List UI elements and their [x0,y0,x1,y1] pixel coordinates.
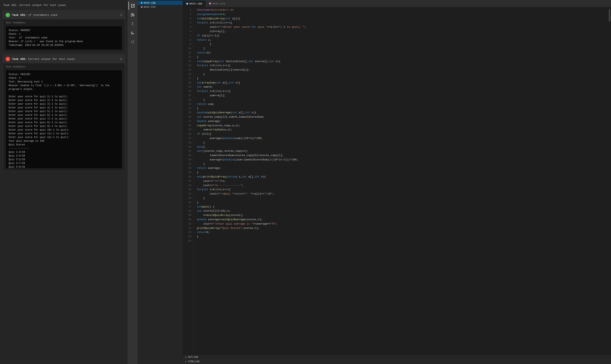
editor-content: 1234567891011121314151617181920212223242… [183,7,611,355]
code-line: } [197,141,608,145]
code-line: return i; [197,38,608,42]
code-line: return sum; [197,102,608,106]
left-panel: Task #01: Correct output for test cases … [0,0,128,364]
code-line: int arraySum(int a[],int n){ [197,81,608,85]
task-02-feedback-label: Test Feedback: [6,65,122,68]
code-line: #include <bits/stdc++.h> [197,8,608,12]
code-line: int buildQuizArray(int a[]){ [197,17,608,21]
code-line: average=(double(sum)/(10*n))*100; [197,136,608,141]
code-line: for(int i=0;i<n;i++){ [197,64,608,68]
vertical-scrollbar[interactable] [608,7,611,355]
code-line: cout<<"\nYour quiz average is "<<average… [197,222,608,226]
task-02-chevron-icon[interactable]: ∧ [120,57,122,61]
file-list: main.cpp main.exe [138,0,183,10]
task-01-feedback-label: Test Feedback: [6,21,122,24]
tab-main-cpp[interactable]: main.cpp [183,0,206,7]
code-line: return average; [197,166,608,170]
explorer-sidebar: main.cpp main.exe [138,0,183,364]
tab-exe-icon [209,2,211,4]
code-line: return 0; [197,230,608,235]
tab-main-exe[interactable]: main.exe [206,0,229,7]
outline-row[interactable]: ▶ OUTLINE [183,355,611,360]
code-line: int scores_copy[12],sum=0,lowestScoresSu… [197,115,608,119]
tab-cpp-label: main.cpp [189,2,202,5]
task-01-chevron-icon[interactable]: ∧ [120,13,122,17]
task-01-body: Test Feedback: Status: PASSED! Check: 1 … [3,19,125,52]
code-line: sort(scores_copy,scores_copy+n); [197,149,608,153]
code-line: cout<<"\nEnter your score for quiz "<<i+… [197,25,608,29]
editor-area: main.cpp main.exe 1234567891011121314151… [183,0,611,364]
code-line: } [197,46,608,51]
timeline-chevron-icon: ▶ [185,361,187,363]
timeline-row[interactable]: ▶ TIMELINE [183,360,611,364]
line-numbers: 1234567891011121314151617181920212223242… [183,7,194,355]
code-line: lowestScoresSum=scores_copy[0]+scores_co… [197,153,608,158]
editor-tabs: main.cpp main.exe [183,0,611,7]
code-line: void printQuizArray(string s,int a[],int… [197,175,608,179]
code-line: int scores[12]={0},n; [197,209,608,213]
task-02-title: Task #02: Correct output for test cases [12,58,75,61]
code-line [197,239,608,243]
code-line: copyArray(scores_copy,a,n); [197,124,608,128]
code-area[interactable]: #include <bits/stdc++.h>using namespace … [194,7,608,355]
code-line: cout<<"\nQuiz "<<i+1<<": "<<a[i]<<"/10"; [197,192,608,196]
file-item-main-exe[interactable]: main.exe [138,5,183,9]
refresh-icon[interactable] [128,38,137,46]
code-line: int main() { [197,205,608,209]
moon-icon[interactable] [128,29,137,37]
code-line: return 12; [197,51,608,55]
code-line: if (a[i]==-1){ [197,34,608,38]
task-card-02: ✕ Task #02: Correct output for test case… [3,54,125,171]
code-line: } [197,162,608,166]
code-line: } [197,170,608,175]
page-title: Task #01: Correct output for test cases [0,2,128,9]
code-line: for(int i=0;i<n;i++){ [197,89,608,93]
file-item-main-cpp[interactable]: main.cpp [138,1,183,5]
puzzle-icon[interactable] [128,11,137,19]
code-line: sum+=a[i]; [197,93,608,98]
timeline-label: TIMELINE [188,360,200,363]
outline-label: OUTLINE [188,356,198,359]
explorer-icon[interactable] [128,2,137,10]
code-line: for(int i=0;i<12;i++){ [197,21,608,25]
code-line: for(int i=0;i<n;i++){ [197,188,608,192]
code-line: int sum=0; [197,85,608,89]
code-line: } [197,42,608,46]
code-line: destination[i]=source[i]; [197,68,608,72]
code-line: printQuizArray("Quiz Scores",scores,n); [197,226,608,231]
code-line: } [197,55,608,59]
code-line: } [197,98,608,102]
code-line: } [197,196,608,200]
code-icon[interactable] [128,20,137,28]
task-01-status-icon: ✓ [6,13,10,17]
code-line: void copyArray(int destination[],int sou… [197,59,608,64]
task-02-header[interactable]: ✕ Task #02: Correct output for test case… [3,55,125,63]
task-01-title: Task #01: if statements used [12,13,57,17]
task-01-feedback-box: Status: PASSED! Check: 1 Test: `if` stat… [6,26,122,50]
exe-file-icon [141,6,142,8]
code-line: average=(double((sum-lowestScoresSum))/(… [197,158,608,162]
task-card-01: ✓ Task #01: if statements used ∧ Test Fe… [3,11,125,52]
code-line: cin>>a[i]; [197,29,608,34]
outline-chevron-icon: ▶ [185,356,187,358]
code-line: using namespace std; [197,12,608,17]
code-line: sum=arraySum(a,n); [197,128,608,132]
tab-exe-label: main.exe [212,2,225,5]
code-line: } [197,106,608,111]
code-line: } [197,77,608,81]
code-line: if (n<2){ [197,132,608,136]
code-line: n=buildQuizArray(scores); [197,213,608,218]
code-line: } [197,235,608,239]
task-01-header[interactable]: ✓ Task #01: if statements used ∧ [3,11,125,19]
tab-cpp-icon [186,3,188,5]
code-line: else{ [197,145,608,149]
code-line: double average=calcQuizAverage(scores,n)… [197,218,608,222]
task-02-feedback-box: Status: FAILED! Check: 1 Test: Decreasin… [6,70,122,169]
task-02-status-icon: ✕ [6,57,10,61]
code-line: cout<<"\n"<<s; [197,179,608,183]
editor-footer: ▶ OUTLINE ▶ TIMELINE [183,355,611,364]
code-line: double average; [197,119,608,124]
code-line: cout<<"\n--------------"; [197,183,608,188]
file-name-exe: main.exe [144,6,156,8]
scroll-thumb[interactable] [609,9,610,22]
